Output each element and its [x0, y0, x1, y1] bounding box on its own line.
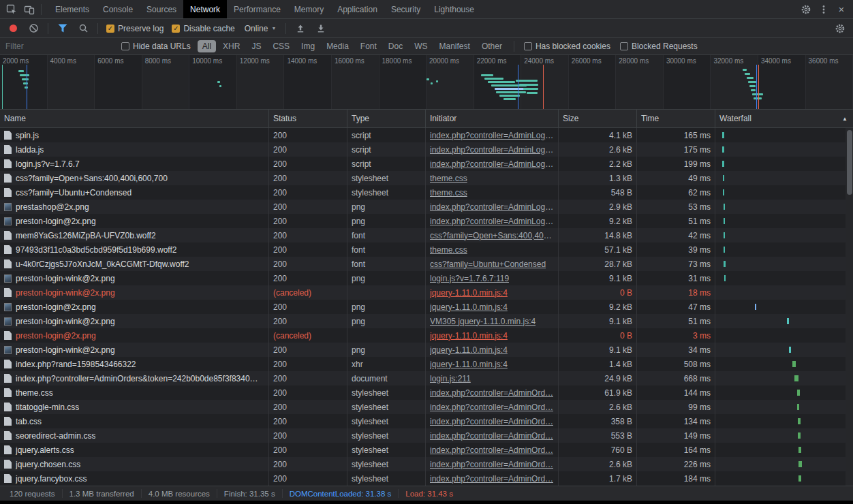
initiator-link[interactable]: theme.css	[430, 245, 467, 255]
table-row[interactable]: mem8YaGs126MiZpBA-UFVZ0b.woff2200fontcss…	[0, 228, 853, 242]
initiator-link[interactable]: index.php?controller=AdminOrd…	[430, 460, 553, 469]
column-header-status[interactable]: Status	[269, 110, 347, 127]
search-icon[interactable]	[74, 20, 92, 37]
filter-type-js[interactable]: JS	[247, 40, 266, 52]
table-row[interactable]: tab.css200stylesheetindex.php?controller…	[0, 414, 853, 428]
initiator-link[interactable]: index.php?controller=AdminOrd…	[430, 417, 553, 426]
filter-type-font[interactable]: Font	[356, 40, 382, 52]
initiator-link[interactable]: index.php?controller=AdminOrd…	[430, 403, 553, 412]
column-header-time[interactable]: Time	[637, 110, 715, 127]
initiator-link[interactable]: css?family=Open+Sans:400,400i,…	[430, 231, 554, 240]
initiator-link[interactable]: index.php?controller=AdminOrd…	[430, 474, 553, 484]
table-row[interactable]: 97493d3f11c0a3bd5cbd959f5d19b699.woff220…	[0, 242, 853, 257]
initiator-link[interactable]: login.js?v=1.7.6.7:119	[430, 274, 509, 283]
table-row[interactable]: titatoggle-min.css200stylesheetindex.php…	[0, 400, 853, 414]
tab-memory[interactable]: Memory	[288, 0, 330, 18]
table-row[interactable]: preston-login@2x.png(canceled)jquery-1.1…	[0, 328, 853, 343]
tab-lighthouse[interactable]: Lighthouse	[427, 0, 481, 18]
tab-security[interactable]: Security	[384, 0, 427, 18]
table-row[interactable]: u-4k0rCzjgs5J7oXnJcM_0kACGMtT-Dfqw.woff2…	[0, 257, 853, 271]
initiator-link[interactable]: theme.css	[430, 188, 467, 198]
settings-icon[interactable]	[797, 1, 815, 18]
filter-type-all[interactable]: All	[198, 40, 216, 52]
filter-type-css[interactable]: CSS	[268, 40, 294, 52]
initiator-link[interactable]: jquery-1.11.0.min.js:4	[430, 331, 508, 341]
filter-icon[interactable]	[54, 20, 72, 37]
more-options-icon[interactable]	[815, 1, 833, 18]
initiator-link[interactable]: jquery-1.11.0.min.js:4	[430, 302, 508, 312]
column-header-initiator[interactable]: Initiator	[426, 110, 559, 127]
initiator-link[interactable]: index.php?controller=AdminLogi…	[430, 202, 554, 212]
inspect-element-icon[interactable]	[3, 1, 20, 18]
tab-console[interactable]: Console	[96, 0, 140, 18]
filter-type-media[interactable]: Media	[322, 40, 354, 52]
table-row[interactable]: theme.css200stylesheetindex.php?controll…	[0, 385, 853, 400]
disable-cache-checkbox[interactable]: ✓ Disable cache	[169, 24, 237, 33]
divider	[97, 23, 98, 34]
blocked-requests-checkbox[interactable]: Blocked Requests	[617, 42, 700, 51]
initiator-link[interactable]: index.php?controller=AdminLogi…	[430, 131, 554, 140]
table-row[interactable]: css?family=Open+Sans:400,400i,600,700200…	[0, 171, 853, 185]
table-row[interactable]: preston-login-wink@2x.png(canceled)jquer…	[0, 285, 853, 300]
table-row[interactable]: jquery.chosen.css200stylesheetindex.php?…	[0, 457, 853, 471]
initiator-link[interactable]: jquery-1.11.0.min.js:4	[430, 345, 508, 355]
network-settings-icon[interactable]	[831, 20, 849, 37]
has-blocked-cookies-checkbox[interactable]: Has blocked cookies	[521, 42, 613, 51]
filter-type-other[interactable]: Other	[477, 40, 507, 52]
table-row[interactable]: preston-login@2x.png200pngindex.php?cont…	[0, 214, 853, 228]
tab-sources[interactable]: Sources	[140, 0, 183, 18]
initiator-link[interactable]: index.php?controller=AdminLogi…	[430, 145, 554, 155]
initiator-link[interactable]: index.php?controller=AdminLogi…	[430, 217, 554, 226]
table-row[interactable]: preston-login-wink@2x.png200pngjquery-1.…	[0, 343, 853, 357]
network-overview[interactable]: 2000 ms4000 ms6000 ms8000 ms10000 ms1200…	[0, 55, 853, 110]
tab-elements[interactable]: Elements	[48, 0, 96, 18]
export-har-icon[interactable]	[312, 20, 330, 37]
initiator-link[interactable]: jquery-1.11.0.min.js:4	[430, 288, 508, 298]
filter-type-doc[interactable]: Doc	[384, 40, 407, 52]
filter-type-manifest[interactable]: Manifest	[435, 40, 475, 52]
cell-waterfall	[715, 371, 853, 385]
initiator-link[interactable]: css?family=Ubuntu+Condensed	[430, 259, 546, 269]
column-header-size[interactable]: Size	[559, 110, 637, 127]
initiator-link[interactable]: theme.css	[430, 174, 467, 183]
initiator-link[interactable]: index.php?controller=AdminOrd…	[430, 388, 553, 398]
initiator-link[interactable]: jquery-1.11.0.min.js:4	[430, 360, 508, 369]
initiator-link[interactable]: login.js:211	[430, 374, 471, 383]
clear-icon[interactable]	[25, 20, 42, 37]
table-row[interactable]: index.php?rand=1598543466322200xhrjquery…	[0, 357, 853, 371]
initiator-link[interactable]: index.php?controller=AdminLogi…	[430, 159, 554, 169]
preserve-log-checkbox[interactable]: ✓ Preserve log	[104, 24, 166, 33]
tab-performance[interactable]: Performance	[227, 0, 288, 18]
table-row[interactable]: ladda.js200scriptindex.php?controller=Ad…	[0, 142, 853, 157]
initiator-link[interactable]: VM305 jquery-1.11.0.min.js:4	[430, 317, 536, 326]
filter-input[interactable]	[5, 41, 114, 52]
table-row[interactable]: preston-login-wink@2x.png200pngVM305 jqu…	[0, 314, 853, 328]
tab-network[interactable]: Network	[183, 0, 227, 18]
filter-type-ws[interactable]: WS	[409, 40, 432, 52]
sort-direction-icon[interactable]: ▲	[842, 116, 848, 122]
table-row[interactable]: jquery.alerts.css200stylesheetindex.php?…	[0, 443, 853, 457]
filter-type-xhr[interactable]: XHR	[218, 40, 245, 52]
table-row[interactable]: index.php?controller=AdminOrders&token=2…	[0, 371, 853, 385]
column-header-type[interactable]: Type	[347, 110, 426, 127]
table-row[interactable]: preston-login-wink@2x.png200pnglogin.js?…	[0, 271, 853, 285]
throttling-select[interactable]: Online ▼	[241, 22, 281, 35]
column-header-name[interactable]: Name	[0, 110, 269, 127]
table-row[interactable]: prestashop@2x.png200pngindex.php?control…	[0, 200, 853, 214]
filter-type-img[interactable]: Img	[296, 40, 320, 52]
close-icon[interactable]: ×	[833, 1, 850, 18]
device-toolbar-icon[interactable]	[20, 1, 38, 18]
column-header-waterfall[interactable]: Waterfall▲	[715, 110, 853, 127]
initiator-link[interactable]: index.php?controller=AdminOrd…	[430, 431, 553, 441]
tab-application[interactable]: Application	[330, 0, 384, 18]
table-row[interactable]: css?family=Ubuntu+Condensed200stylesheet…	[0, 185, 853, 200]
table-row[interactable]: jquery.fancybox.css200stylesheetindex.ph…	[0, 471, 853, 486]
record-network-log-icon[interactable]	[4, 20, 22, 37]
initiator-link[interactable]: index.php?controller=AdminOrd…	[430, 445, 553, 455]
table-row[interactable]: spin.js200scriptindex.php?controller=Adm…	[0, 128, 853, 142]
table-row[interactable]: login.js?v=1.7.6.7200scriptindex.php?con…	[0, 157, 853, 171]
table-row[interactable]: seoredirect-admin.css200stylesheetindex.…	[0, 428, 853, 443]
import-har-icon[interactable]	[292, 20, 309, 37]
table-row[interactable]: preston-login@2x.png200pngjquery-1.11.0.…	[0, 300, 853, 314]
hide-data-urls-checkbox[interactable]: Hide data URLs	[119, 42, 193, 51]
